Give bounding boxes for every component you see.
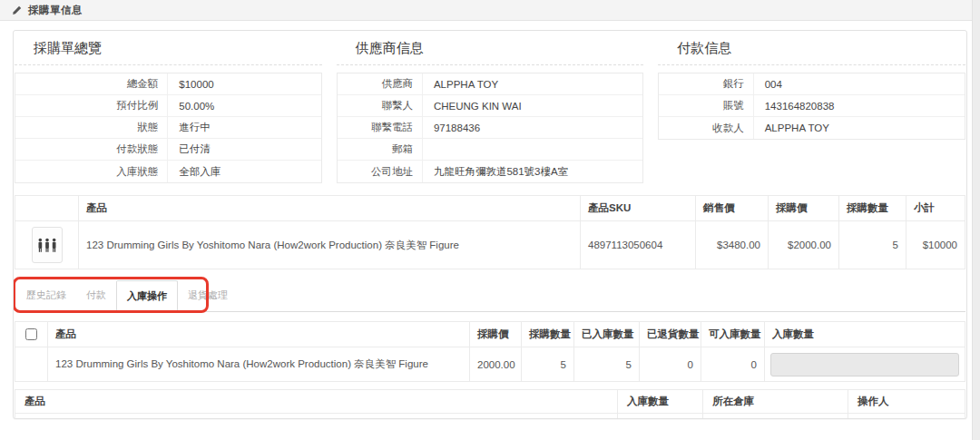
page-title: 採購單信息 — [28, 4, 83, 17]
info-row: 公司地址 九龍旺角彌敦道581號3樓A室 — [338, 161, 643, 182]
select-all-checkbox[interactable] — [25, 328, 37, 340]
info-value: $10000 — [168, 73, 320, 94]
col-available-qty: 可入庫數量 — [701, 322, 765, 347]
col-operator: 操作人 — [848, 390, 965, 414]
info-label: 收款人 — [659, 117, 753, 139]
info-row: 銀行 004 — [659, 73, 965, 95]
table-header-row: 產品 採購價 採購數量 已入庫數量 已退貨數量 可入庫數量 入庫數量 — [15, 322, 965, 347]
info-label: 聯繫電話 — [338, 117, 423, 138]
supplier-title: 供應商信息 — [337, 34, 644, 65]
col-sku: 產品SKU — [581, 196, 696, 221]
overview-section: 採購單總覽 總金額 $10000 預付比例 50.00% 狀態 進行中 — [15, 34, 322, 183]
supplier-table: 供應商 ALPPHA TOY 聯繫人 CHEUNG KIN WAI 聯繫電話 9… — [337, 73, 644, 183]
product-name: 123 Drumming Girls By Yoshitomo Nara (Ho… — [48, 347, 470, 382]
select-all-cell — [15, 322, 48, 347]
purchase-qty: 5 — [522, 347, 574, 382]
tab-inbound-operation[interactable]: 入庫操作 — [116, 280, 178, 312]
info-label: 付款狀態 — [15, 139, 168, 160]
tab-bar: 歷史記錄 付款 入庫操作 退貨處理 — [16, 280, 965, 312]
inbound-history-table: 產品 入庫數量 所在倉庫 操作人 123 Drumming Girls By Y… — [15, 389, 965, 419]
info-value: ALPPHA TOY — [423, 73, 642, 94]
col-inbound-qty: 入庫數量 — [765, 322, 965, 347]
payment-title: 付款信息 — [658, 34, 965, 65]
tab-return-processing[interactable]: 退貨處理 — [178, 280, 238, 311]
table-row: 123 Drumming Girls By Yoshitomo Nara (Ho… — [15, 221, 965, 269]
info-label: 銀行 — [659, 73, 753, 94]
info-row: 聯繫人 CHEUNG KIN WAI — [338, 95, 643, 117]
overview-table: 總金額 $10000 預付比例 50.00% 狀態 進行中 付款狀態 已付清 — [15, 73, 322, 183]
info-value: 進行中 — [168, 117, 320, 138]
inbound-qty-input[interactable] — [770, 353, 959, 376]
info-value — [423, 139, 642, 160]
col-subtotal: 小計 — [906, 196, 965, 221]
info-row: 賬號 143164820838 — [659, 95, 965, 117]
info-label: 賬號 — [659, 95, 753, 116]
overview-title: 採購單總覽 — [15, 34, 322, 65]
col-returned-qty: 已退貨數量 — [640, 322, 701, 347]
col-inbound-qty: 入庫數量 — [618, 390, 703, 414]
inbound-qty-cell — [765, 347, 965, 382]
table-row: 123 Drumming Girls By Yoshitomo Nara (Ho… — [15, 347, 965, 382]
supplier-section: 供應商信息 供應商 ALPPHA TOY 聯繫人 CHEUNG KIN WAI … — [337, 34, 644, 183]
tab-payment[interactable]: 付款 — [76, 280, 116, 311]
info-value: 全部入庫 — [168, 161, 320, 182]
col-purchase-qty: 採購數量 — [522, 322, 574, 347]
col-purchase-price: 採購價 — [470, 322, 522, 347]
info-row: 預付比例 50.00% — [15, 95, 321, 117]
info-columns: 採購單總覽 總金額 $10000 預付比例 50.00% 狀態 進行中 — [15, 34, 965, 183]
info-row: 狀態 進行中 — [15, 117, 321, 139]
purchase-order-page: 採購單信息 採購單總覽 總金額 $10000 預付比例 50.00% — [0, 0, 980, 440]
operator: Admin Admin — [848, 414, 965, 420]
product-name: 123 Drumming Girls By Yoshitomo Nara (Ho… — [15, 414, 618, 420]
info-value: 97188436 — [423, 117, 642, 138]
info-row: 付款狀態 已付清 — [15, 139, 321, 161]
thumbnail-header — [15, 196, 79, 221]
col-product: 產品 — [48, 322, 470, 347]
col-warehouse: 所在倉庫 — [703, 390, 848, 414]
col-purchase-price: 採購價 — [769, 196, 839, 221]
col-sale-price: 銷售價 — [696, 196, 769, 221]
info-value: 已付清 — [168, 139, 320, 160]
info-label: 入庫狀態 — [15, 161, 168, 182]
payment-table: 銀行 004 賬號 143164820838 收款人 ALPPHA TOY — [658, 73, 965, 140]
tab-history[interactable]: 歷史記錄 — [16, 280, 76, 311]
info-row: 郵箱 — [338, 139, 643, 161]
info-value: 50.00% — [168, 95, 320, 116]
col-received-qty: 已入庫數量 — [574, 322, 640, 347]
vertical-scrollbar[interactable] — [972, 0, 980, 440]
info-value: 143164820838 — [754, 95, 965, 116]
col-purchase-qty: 採購數量 — [839, 196, 906, 221]
product-sku: 4897113050604 — [581, 221, 696, 269]
info-value: ALPPHA TOY — [754, 117, 965, 139]
info-label: 總金額 — [15, 73, 168, 94]
info-row: 供應商 ALPPHA TOY — [338, 73, 643, 95]
col-product: 產品 — [15, 390, 618, 414]
purchase-price: 2000.00 — [470, 347, 522, 382]
info-label: 供應商 — [338, 73, 423, 94]
returned-qty: 0 — [640, 347, 701, 382]
drumming-girls-figures-icon — [32, 227, 63, 263]
product-purchase-qty: 5 — [839, 221, 906, 269]
inbound-qty: 5 — [618, 414, 703, 420]
table-row: 123 Drumming Girls By Yoshitomo Nara (Ho… — [15, 414, 965, 420]
info-value: CHEUNG KIN WAI — [423, 95, 642, 116]
product-table: 產品 產品SKU 銷售價 採購價 採購數量 小計 — [15, 195, 965, 269]
info-value: 九龍旺角彌敦道581號3樓A室 — [423, 161, 642, 182]
pencil-icon — [12, 5, 22, 15]
info-row: 聯繫電話 97188436 — [338, 117, 643, 139]
info-row: 入庫狀態 全部入庫 — [15, 161, 321, 182]
product-purchase-price: $2000.00 — [769, 221, 839, 269]
page-header: 採購單信息 — [0, 0, 972, 21]
info-label: 聯繫人 — [338, 95, 423, 116]
tabs-section: 歷史記錄 付款 入庫操作 退貨處理 — [15, 280, 965, 312]
info-value: 004 — [754, 73, 965, 94]
product-sale-price: $3480.00 — [696, 221, 769, 269]
available-qty: 0 — [701, 347, 765, 382]
product-name: 123 Drumming Girls By Yoshitomo Nara (Ho… — [79, 221, 581, 269]
col-product: 產品 — [79, 196, 581, 221]
table-header-row: 產品 入庫數量 所在倉庫 操作人 — [15, 390, 965, 414]
info-row: 收款人 ALPPHA TOY — [659, 117, 965, 139]
received-qty: 5 — [574, 347, 640, 382]
product-subtotal: $10000 — [906, 221, 965, 269]
product-thumbnail-cell — [15, 221, 79, 269]
